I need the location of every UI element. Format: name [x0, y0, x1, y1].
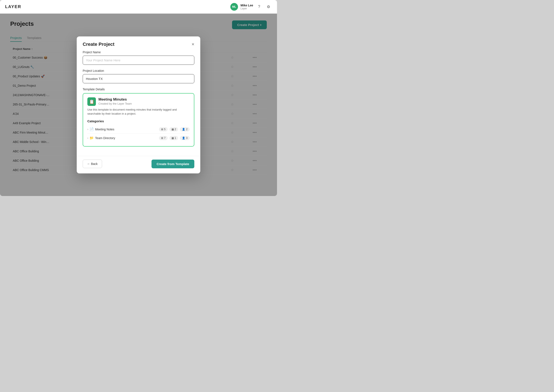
stat-count: 3 — [186, 137, 188, 140]
template-icon: 📋 — [87, 97, 96, 106]
template-info: Meeting Minutes Created by the Layer Tea… — [98, 97, 132, 105]
help-icon: ? — [258, 5, 260, 9]
user-info: Mike Lee Layer — [241, 4, 253, 10]
categories-list: › 📄 Meeting Notes ⊞ 5 ▦ 2 👤 2 › 📁 Team D… — [87, 125, 190, 142]
navbar: LAYER ML Mike Lee Layer ? ⚙ — [0, 0, 277, 14]
categories-label: Categories — [87, 119, 190, 123]
user-subtitle: Layer — [241, 7, 253, 10]
stat-icon: 👤 — [182, 128, 185, 131]
stat-badge: 👤 3 — [180, 136, 190, 140]
modal-close-button[interactable]: × — [192, 42, 194, 47]
project-location-group: Project Location — [83, 69, 194, 83]
project-location-input[interactable] — [83, 74, 194, 83]
stat-badge: ▦ 2 — [169, 127, 178, 132]
template-name: Meeting Minutes — [98, 97, 132, 102]
project-location-label: Project Location — [83, 69, 194, 72]
create-from-template-button[interactable]: Create from Template — [152, 160, 194, 168]
stat-count: 7 — [164, 137, 166, 140]
modal-header: Create Project × — [77, 36, 200, 50]
category-row: › 📁 Team Directory ⊞ 7 ▦ 1 👤 3 — [87, 133, 190, 142]
stat-icon: 👤 — [182, 137, 185, 140]
template-author: Created by the Layer Team — [98, 102, 132, 105]
stat-badge: 👤 2 — [180, 127, 190, 132]
stat-icon: ▦ — [172, 137, 174, 140]
category-name: Meeting Notes — [95, 128, 159, 131]
category-emoji: 📄 — [90, 127, 94, 131]
project-name-group: Project Name — [83, 50, 194, 65]
template-card: 📋 Meeting Minutes Created by the Layer T… — [83, 93, 194, 147]
category-stats: ⊞ 7 ▦ 1 👤 3 — [159, 136, 190, 140]
avatar: ML — [230, 3, 238, 11]
stat-icon: ⊞ — [161, 128, 163, 131]
stat-count: 2 — [186, 128, 188, 131]
category-row: › 📄 Meeting Notes ⊞ 5 ▦ 2 👤 2 — [87, 125, 190, 133]
project-name-input[interactable] — [83, 56, 194, 65]
template-details-label: Template Details — [83, 88, 194, 91]
stat-badge: ⊞ 5 — [159, 127, 168, 132]
project-name-label: Project Name — [83, 50, 194, 54]
template-card-header: 📋 Meeting Minutes Created by the Layer T… — [87, 97, 190, 106]
modal-footer: ← Back Create from Template — [77, 156, 200, 173]
chevron-icon[interactable]: › — [87, 128, 88, 131]
nav-right: ML Mike Lee Layer ? ⚙ — [230, 3, 272, 11]
app-logo: LAYER — [5, 4, 21, 9]
create-project-modal: Create Project × Project Name Project Lo… — [77, 36, 200, 173]
settings-icon: ⚙ — [267, 5, 270, 9]
template-details-group: Template Details 📋 Meeting Minutes Creat… — [83, 88, 194, 147]
stat-icon: ⊞ — [161, 137, 163, 140]
app-shell: LAYER ML Mike Lee Layer ? ⚙ Projects Cre… — [0, 0, 277, 196]
stat-badge: ⊞ 7 — [159, 136, 168, 140]
stat-badge: ▦ 1 — [169, 136, 178, 140]
modal-title: Create Project — [83, 42, 114, 47]
modal-body: Project Name Project Location Template D… — [77, 50, 200, 156]
stat-count: 5 — [164, 128, 166, 131]
category-emoji: 📁 — [90, 136, 94, 140]
category-name: Team Directory — [95, 136, 159, 140]
chevron-icon[interactable]: › — [87, 136, 88, 140]
stat-icon: ▦ — [172, 128, 174, 131]
help-button[interactable]: ? — [256, 3, 262, 10]
user-name: Mike Lee — [241, 4, 253, 7]
settings-button[interactable]: ⚙ — [265, 3, 272, 10]
main-content: Projects Create Project + Projects Templ… — [0, 14, 277, 196]
modal-overlay: Create Project × Project Name Project Lo… — [0, 14, 277, 196]
back-button[interactable]: ← Back — [83, 160, 102, 168]
stat-count: 1 — [175, 137, 176, 140]
template-description: Use this template to document meeting mi… — [87, 108, 190, 116]
category-stats: ⊞ 5 ▦ 2 👤 2 — [159, 127, 190, 132]
stat-count: 2 — [175, 128, 176, 131]
